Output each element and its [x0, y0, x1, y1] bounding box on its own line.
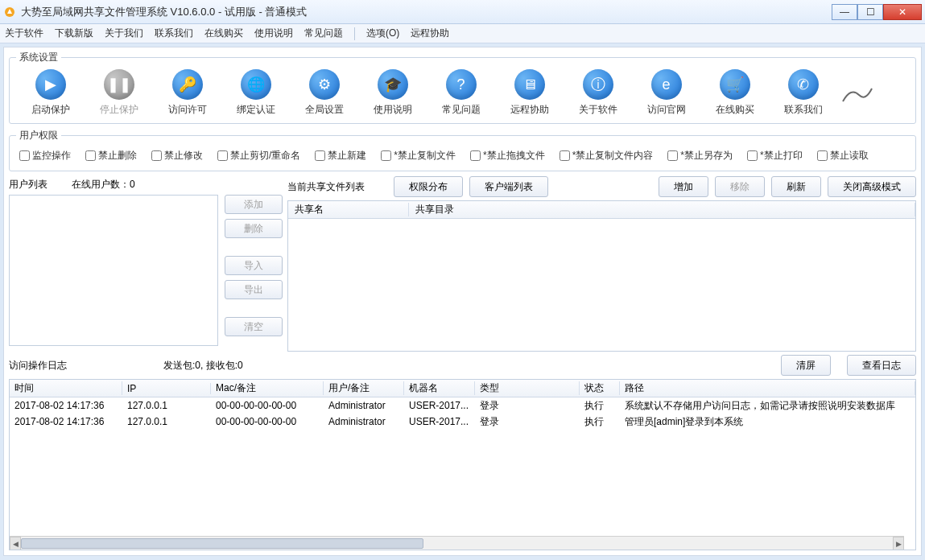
- globe-icon: 🌐: [241, 69, 271, 100]
- scroll-left-icon[interactable]: ◀: [10, 537, 21, 550]
- ie-icon: e: [651, 69, 682, 100]
- log-col-mac: Mac/备注: [211, 381, 324, 395]
- packet-stats: 发送包:0, 接收包:0: [163, 359, 243, 373]
- log-view-button[interactable]: 查看日志: [847, 355, 916, 376]
- user-permissions-legend: 用户权限: [16, 129, 61, 142]
- app-icon: [3, 6, 16, 19]
- userlist-clear-button[interactable]: 清空: [225, 317, 283, 336]
- menu-bar: 关于软件 下载新版 关于我们 联系我们 在线购买 使用说明 常见问题 选项(O)…: [0, 24, 925, 43]
- userlist-delete-button[interactable]: 删除: [225, 219, 283, 238]
- share-col-dir: 共享目录: [409, 203, 915, 216]
- log-table[interactable]: 时间 IP Mac/备注 用户/备注 机器名 类型 状态 路径 2017-08-…: [9, 379, 916, 550]
- log-title: 访问操作日志: [9, 359, 67, 373]
- cart-icon: 🛒: [720, 69, 750, 100]
- menu-separator: [354, 27, 355, 40]
- perm-no-drag-file[interactable]: *禁止拖拽文件: [470, 149, 545, 163]
- remote-icon: 🖥: [514, 69, 545, 100]
- menu-buy-online[interactable]: 在线购买: [204, 27, 243, 40]
- perm-no-copy-content[interactable]: *禁止复制文件内容: [560, 149, 654, 163]
- brand-logo: [837, 69, 878, 117]
- user-list-title: 用户列表: [9, 178, 47, 191]
- client-list-button[interactable]: 客户端列表: [469, 176, 548, 197]
- maximize-button[interactable]: ☐: [857, 4, 883, 20]
- share-add-button[interactable]: 增加: [659, 176, 708, 197]
- log-col-type: 类型: [475, 381, 580, 395]
- perm-monitor[interactable]: 监控操作: [19, 149, 71, 163]
- tb-contact[interactable]: ✆联系我们: [769, 69, 837, 117]
- tb-stop-protect[interactable]: ❚❚停止保护: [85, 69, 153, 117]
- share-remove-button[interactable]: 移除: [715, 176, 765, 197]
- tb-bind-auth[interactable]: 🌐绑定认证: [221, 69, 290, 117]
- menu-options[interactable]: 选项(O): [366, 27, 399, 40]
- question-icon: ?: [446, 69, 477, 100]
- user-list-box[interactable]: [9, 195, 218, 346]
- menu-contact-us[interactable]: 联系我们: [155, 27, 193, 40]
- share-refresh-button[interactable]: 刷新: [771, 176, 821, 197]
- window-title: 大势至局域网共享文件管理系统 V10.6.0.0 - 试用版 - 普通模式: [21, 5, 832, 19]
- share-file-table[interactable]: 共享名 共享目录: [287, 200, 916, 352]
- perm-no-modify[interactable]: 禁止修改: [151, 149, 203, 163]
- log-col-host: 机器名: [404, 381, 475, 395]
- system-settings-group: 系统设置 ▶启动保护 ❚❚停止保护 🔑访问许可 🌐绑定认证 ⚙全局设置 🎓使用说…: [9, 51, 916, 124]
- tb-usage[interactable]: 🎓使用说明: [358, 69, 427, 117]
- menu-about-software[interactable]: 关于软件: [5, 27, 43, 40]
- log-row[interactable]: 2017-08-02 14:17:36 127.0.0.1 00-00-00-0…: [10, 397, 915, 414]
- info-icon: ⓘ: [583, 69, 613, 100]
- tb-start-protect[interactable]: ▶启动保护: [16, 69, 85, 117]
- perm-no-print[interactable]: *禁止打印: [747, 149, 803, 163]
- user-permissions-group: 用户权限 监控操作 禁止删除 禁止修改 禁止剪切/重命名 禁止新建 *禁止复制文…: [9, 129, 916, 171]
- log-col-time: 时间: [10, 381, 122, 395]
- online-user-count: 在线用户数：0: [72, 178, 135, 191]
- tb-global-settings[interactable]: ⚙全局设置: [290, 69, 358, 117]
- log-col-user: 用户/备注: [324, 381, 404, 395]
- key-icon: 🔑: [172, 69, 203, 100]
- log-row[interactable]: 2017-08-02 14:17:36 127.0.0.1 00-00-00-0…: [10, 414, 915, 430]
- menu-about-us[interactable]: 关于我们: [105, 27, 143, 40]
- scroll-thumb[interactable]: [21, 538, 423, 549]
- tb-access-permit[interactable]: 🔑访问许可: [153, 69, 221, 117]
- tb-website[interactable]: e访问官网: [632, 69, 700, 117]
- phone-icon: ✆: [788, 69, 819, 100]
- perm-no-delete[interactable]: 禁止删除: [85, 149, 137, 163]
- perm-no-save-as[interactable]: *禁止另存为: [667, 149, 733, 163]
- work-area: 系统设置 ▶启动保护 ❚❚停止保护 🔑访问许可 🌐绑定认证 ⚙全局设置 🎓使用说…: [3, 47, 922, 556]
- perm-no-read[interactable]: 禁止读取: [817, 149, 869, 163]
- play-icon: ▶: [35, 69, 66, 100]
- minimize-button[interactable]: —: [832, 4, 857, 20]
- gear-icon: ⚙: [309, 69, 340, 100]
- perm-no-create[interactable]: 禁止新建: [315, 149, 366, 163]
- share-list-title: 当前共享文件列表: [287, 180, 365, 194]
- log-clear-button[interactable]: 清屏: [781, 355, 831, 376]
- share-col-name: 共享名: [288, 203, 409, 216]
- title-bar: 大势至局域网共享文件管理系统 V10.6.0.0 - 试用版 - 普通模式 — …: [0, 0, 925, 24]
- log-col-ip: IP: [122, 383, 211, 394]
- log-col-status: 状态: [580, 381, 620, 395]
- tb-about[interactable]: ⓘ关于软件: [564, 69, 632, 117]
- system-settings-legend: 系统设置: [16, 51, 61, 64]
- tb-remote[interactable]: 🖥远程协助: [495, 69, 564, 117]
- book-icon: 🎓: [378, 69, 408, 100]
- menu-faq[interactable]: 常见问题: [304, 27, 343, 40]
- pause-icon: ❚❚: [104, 69, 134, 100]
- tb-faq[interactable]: ?常见问题: [427, 69, 495, 117]
- perm-distribution-button[interactable]: 权限分布: [394, 176, 463, 197]
- perm-no-copy-file[interactable]: *禁止复制文件: [381, 149, 456, 163]
- scroll-right-icon[interactable]: ▶: [893, 537, 904, 550]
- close-button[interactable]: ✕: [883, 4, 922, 20]
- close-advanced-mode-button[interactable]: 关闭高级模式: [828, 176, 916, 197]
- menu-remote-assist[interactable]: 远程协助: [411, 27, 449, 40]
- userlist-import-button[interactable]: 导入: [225, 256, 283, 275]
- userlist-add-button[interactable]: 添加: [225, 195, 283, 214]
- log-col-path: 路径: [620, 381, 915, 395]
- perm-no-cut-rename[interactable]: 禁止剪切/重命名: [217, 149, 300, 163]
- userlist-export-button[interactable]: 导出: [225, 280, 283, 299]
- horizontal-scrollbar[interactable]: ◀ ▶: [10, 536, 904, 550]
- menu-download-new[interactable]: 下载新版: [55, 27, 93, 40]
- menu-usage[interactable]: 使用说明: [254, 27, 293, 40]
- tb-buy[interactable]: 🛒在线购买: [700, 69, 769, 117]
